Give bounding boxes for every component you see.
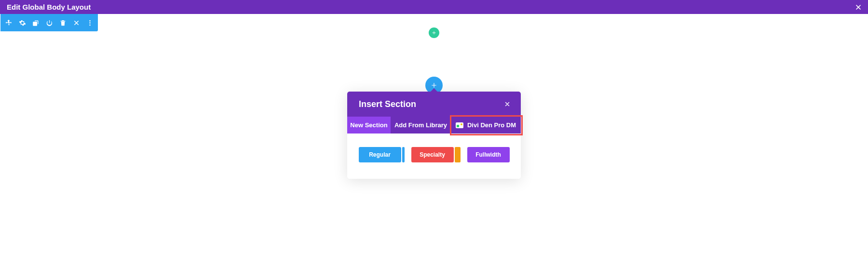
section-type-fullwidth[interactable]: Fullwidth	[467, 147, 510, 162]
button-label: Fullwidth	[475, 151, 501, 158]
svg-point-0	[89, 20, 91, 21]
plus-icon	[431, 82, 437, 89]
button-label: Regular	[369, 151, 391, 158]
section-type-fullwidth-group: Fullwidth	[467, 147, 510, 162]
section-type-regular[interactable]: Regular	[359, 147, 401, 162]
tab-label: New Section	[350, 121, 387, 129]
trash-icon	[59, 19, 67, 27]
close-button[interactable]	[854, 2, 863, 12]
svg-point-2	[89, 24, 91, 26]
modal-header: Insert Section	[347, 92, 521, 117]
close-icon	[854, 3, 862, 11]
modal-arrow	[430, 88, 438, 92]
tab-new-section[interactable]: New Section	[347, 117, 391, 134]
delete-button[interactable]	[58, 18, 67, 27]
tab-label: Add From Library	[394, 121, 447, 129]
page-header: Edit Global Body Layout	[0, 0, 868, 14]
move-icon	[5, 19, 13, 27]
chip-orange	[455, 147, 461, 162]
power-icon	[46, 19, 53, 27]
image-icon	[456, 122, 463, 128]
section-type-specialty[interactable]: Specialty	[411, 147, 454, 162]
button-label: Specialty	[420, 151, 445, 158]
gear-icon	[19, 19, 26, 27]
kebab-icon	[86, 19, 94, 27]
modal-close-button[interactable]	[502, 99, 512, 109]
settings-button[interactable]	[18, 18, 27, 27]
svg-point-1	[89, 22, 91, 24]
modal-title: Insert Section	[359, 99, 416, 109]
tab-divi-den-pro[interactable]: Divi Den Pro DM	[451, 117, 521, 134]
modal-tabs: New Section Add From Library Divi Den Pr…	[347, 117, 521, 134]
page-title: Edit Global Body Layout	[7, 3, 91, 11]
plus-icon	[432, 30, 436, 35]
more-button[interactable]	[85, 18, 94, 27]
tab-label: Divi Den Pro DM	[467, 121, 516, 129]
chip-blue	[402, 147, 405, 162]
close-icon	[504, 101, 511, 107]
close-icon	[73, 19, 80, 27]
duplicate-button[interactable]	[31, 18, 40, 27]
section-toolbar	[0, 14, 98, 31]
modal-body: Regular Specialty Fullwidth	[347, 134, 521, 179]
insert-section-modal: Insert Section New Section Add From Libr…	[347, 92, 521, 179]
exit-button[interactable]	[72, 18, 81, 27]
tab-add-from-library[interactable]: Add From Library	[391, 117, 451, 134]
move-button[interactable]	[4, 18, 13, 27]
section-type-regular-group: Regular	[359, 147, 405, 162]
power-button[interactable]	[45, 18, 54, 27]
add-section-button-small[interactable]	[429, 27, 439, 38]
duplicate-icon	[32, 19, 40, 27]
section-type-specialty-group: Specialty	[411, 147, 461, 162]
